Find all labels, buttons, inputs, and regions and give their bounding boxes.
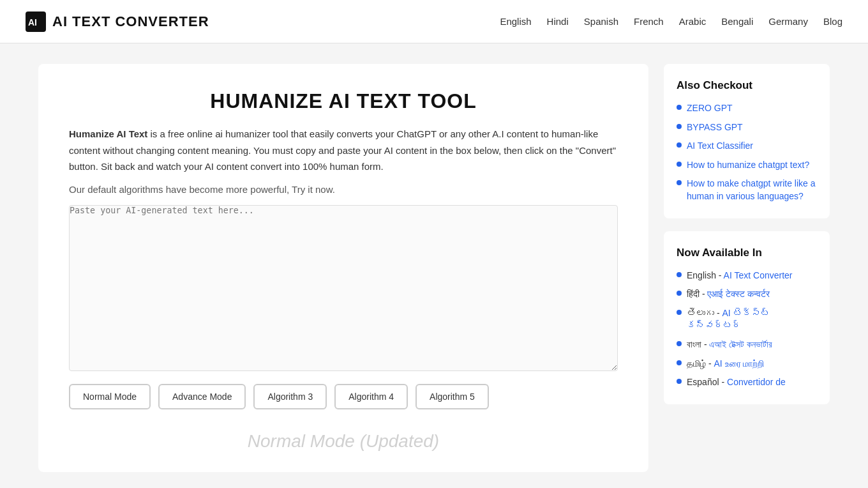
mode-buttons-container: Normal Mode Advance Mode Algorithm 3 Alg… — [69, 384, 618, 409]
bullet-icon — [677, 360, 682, 365]
desc-bold: Humanize AI Text — [69, 128, 147, 139]
watermark-text: Normal Mode (Updated) — [69, 425, 618, 452]
sub-description: Our default algorithms have become more … — [69, 184, 618, 195]
list-item: BYPASS GPT — [677, 121, 817, 134]
list-item: How to humanize chatgpt text? — [677, 159, 817, 172]
bullet-icon — [677, 180, 682, 185]
lang-prefix-ta: தமிழ் - — [687, 358, 714, 369]
ai-text-converter-en-link[interactable]: AI Text Converter — [724, 270, 793, 280]
list-item: AI Text Classifier — [677, 140, 817, 153]
desc-rest: is a free online ai humanizer tool that … — [69, 128, 616, 172]
lang-prefix-bn: বাংলা - — [687, 339, 709, 349]
nav-bengali[interactable]: Bengali — [721, 16, 753, 27]
nav-arabic[interactable]: Arabic — [679, 16, 707, 27]
bullet-icon — [677, 105, 682, 110]
normal-mode-button[interactable]: Normal Mode — [69, 384, 151, 409]
algorithm5-button[interactable]: Algorithm 5 — [415, 384, 489, 409]
ai-text-converter-ta-link[interactable]: AI உரை மாற்றி — [714, 358, 764, 369]
sidebar: Also Checkout ZERO GPT BYPASS GPT AI Tex… — [664, 64, 830, 472]
ai-text-classifier-link[interactable]: AI Text Classifier — [687, 140, 753, 153]
list-item: தமிழ் - AI உரை மாற்றி — [677, 358, 817, 370]
main-nav: English Hindi Spanish French Arabic Beng… — [500, 16, 842, 27]
page-title: HUMANIZE AI TEXT TOOL — [69, 89, 618, 113]
algorithm4-button[interactable]: Algorithm 4 — [334, 384, 408, 409]
nav-french[interactable]: French — [634, 16, 664, 27]
nav-blog[interactable]: Blog — [823, 16, 842, 27]
svg-text:AI: AI — [28, 17, 37, 27]
ai-text-converter-hi-link[interactable]: एआई टेक्स्ट कन्वर्टर — [707, 289, 770, 299]
list-item: हिंदी - एआई टेक्स्ट कन्वर्टर — [677, 288, 817, 301]
list-item: ZERO GPT — [677, 102, 817, 115]
also-checkout-title: Also Checkout — [677, 79, 817, 92]
now-available-title: Now Available In — [677, 247, 817, 259]
nav-english[interactable]: English — [500, 16, 531, 27]
nav-germany[interactable]: Germany — [768, 16, 808, 27]
humanize-chatgpt-link[interactable]: How to humanize chatgpt text? — [687, 159, 809, 172]
bullet-icon — [677, 162, 682, 167]
ai-text-converter-bn-link[interactable]: এআই টেক্সট কনভার্টার — [709, 339, 772, 349]
list-item: বাংলা - এআই টেক্সট কনভার্টার — [677, 339, 817, 351]
bullet-icon — [677, 291, 682, 296]
main-panel: HUMANIZE AI TEXT TOOL Humanize AI Text i… — [38, 64, 648, 472]
main-description: Humanize AI Text is a free online ai hum… — [69, 126, 618, 175]
lang-prefix-en: English - — [687, 270, 724, 280]
zero-gpt-link[interactable]: ZERO GPT — [687, 102, 733, 115]
also-checkout-list: ZERO GPT BYPASS GPT AI Text Classifier H… — [677, 102, 817, 203]
list-item: English - AI Text Converter — [677, 270, 817, 282]
now-available-list: English - AI Text Converter हिंदी - एआई … — [677, 270, 817, 389]
text-input[interactable] — [69, 205, 618, 371]
lang-prefix-es: Español - — [687, 377, 727, 387]
page-content: HUMANIZE AI TEXT TOOL Humanize AI Text i… — [0, 43, 868, 488]
now-available-card: Now Available In English - AI Text Conve… — [664, 231, 830, 404]
advance-mode-button[interactable]: Advance Mode — [158, 384, 246, 409]
nav-hindi[interactable]: Hindi — [547, 16, 569, 27]
lang-prefix-hi: हिंदी - — [687, 289, 707, 299]
bullet-icon — [677, 379, 682, 384]
lang-prefix-te: తెలుగు - — [687, 308, 722, 318]
header: AI AI TEXT CONVERTER English Hindi Spani… — [0, 0, 868, 43]
list-item: తెలుగు - AI టెక్స్ట్ కన్వర్టర్ — [677, 307, 817, 332]
list-item: How to make chatgpt write like a human i… — [677, 178, 817, 202]
bullet-icon — [677, 124, 682, 129]
nav-spanish[interactable]: Spanish — [584, 16, 618, 27]
bypass-gpt-link[interactable]: BYPASS GPT — [687, 121, 743, 134]
logo-text: AI TEXT CONVERTER — [52, 13, 209, 30]
logo-icon: AI — [26, 11, 46, 32]
bullet-icon — [677, 142, 682, 148]
logo-area: AI AI TEXT CONVERTER — [26, 11, 209, 32]
also-checkout-card: Also Checkout ZERO GPT BYPASS GPT AI Tex… — [664, 64, 830, 218]
list-item: Español - Convertidor de — [677, 376, 817, 389]
bullet-icon — [677, 272, 682, 277]
ai-text-converter-es-link[interactable]: Convertidor de — [727, 377, 786, 387]
bullet-icon — [677, 341, 682, 346]
algorithm3-button[interactable]: Algorithm 3 — [253, 384, 327, 409]
make-chatgpt-write-link[interactable]: How to make chatgpt write like a human i… — [687, 178, 817, 202]
bullet-icon — [677, 310, 682, 315]
